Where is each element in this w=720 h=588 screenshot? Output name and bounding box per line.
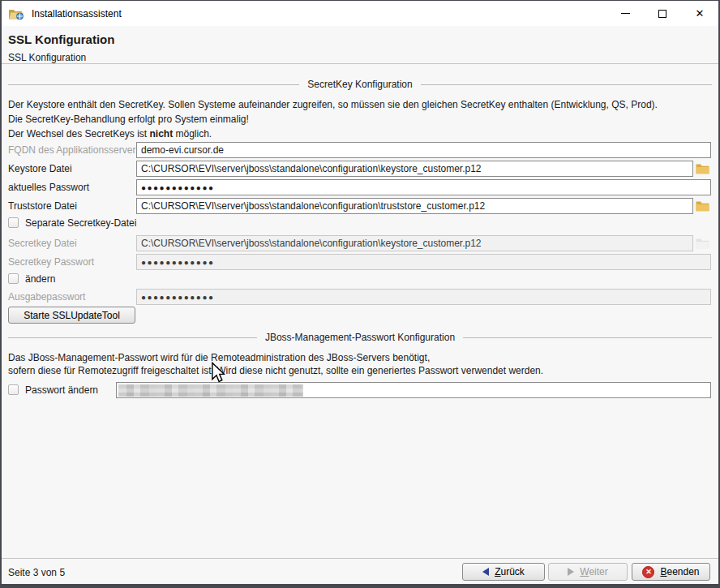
secretkey-file-browse-button bbox=[694, 235, 711, 251]
window-border-bottom bbox=[0, 584, 720, 588]
window-border-left bbox=[0, 0, 2, 588]
page-subtitle: SSL Konfiguration bbox=[8, 52, 86, 63]
change-checkbox[interactable] bbox=[8, 273, 19, 284]
keystore-browse-button[interactable] bbox=[694, 161, 711, 177]
app-icon bbox=[8, 6, 24, 20]
back-button-label: Zurück bbox=[495, 566, 525, 577]
x-glyph: ✕ bbox=[645, 568, 652, 576]
secretkey-description: Der Keystore enthält den SecretKey. Soll… bbox=[8, 97, 658, 141]
quit-button-label: Beenden bbox=[660, 566, 699, 577]
change-checkbox-label: ändern bbox=[25, 273, 55, 285]
redacted-password-value bbox=[118, 384, 303, 397]
mnemonic: W bbox=[580, 566, 589, 577]
label-rest: eiter bbox=[589, 566, 607, 577]
close-button[interactable]: ✕ bbox=[681, 1, 718, 26]
label-rest: urück bbox=[501, 566, 525, 577]
footer-divider bbox=[0, 558, 720, 559]
jboss-description: Das JBoss-Management-Passwort wird für d… bbox=[8, 352, 543, 377]
divider-line bbox=[421, 84, 712, 85]
fqdn-input[interactable]: demo-evi.cursor.de bbox=[136, 142, 711, 158]
next-arrow-icon bbox=[568, 568, 574, 576]
secretkey-password-input: ●●●●●●●●●●●● bbox=[136, 254, 711, 270]
description-line: Der Keystore enthält den SecretKey. Soll… bbox=[8, 97, 658, 112]
output-password-input: ●●●●●●●●●●●● bbox=[136, 289, 711, 305]
window-controls: ✕ bbox=[606, 1, 718, 26]
keystore-label: Keystore Datei bbox=[8, 163, 72, 174]
description-line: Die SecretKey-Behandlung erfolgt pro Sys… bbox=[8, 112, 658, 127]
truststore-label: Truststore Datei bbox=[8, 200, 77, 212]
start-ssl-update-tool-button[interactable]: Starte SSLUpdateTool bbox=[8, 307, 135, 324]
keystore-input[interactable]: C:\CURSOR\EVI\server\jboss\standalone\co… bbox=[136, 161, 693, 177]
close-icon: ✕ bbox=[696, 8, 705, 19]
divider-line bbox=[8, 337, 257, 338]
back-button[interactable]: Zurück bbox=[462, 563, 545, 581]
secretkey-section-title: SecretKey Konfiguration bbox=[299, 79, 420, 90]
mouse-cursor bbox=[211, 362, 225, 384]
separate-secretkey-checkbox[interactable] bbox=[8, 217, 19, 228]
divider-line bbox=[463, 337, 712, 338]
next-button-label: Weiter bbox=[580, 566, 607, 577]
secretkey-file-label: Secretkey Datei bbox=[8, 238, 77, 249]
button-label: Starte SSLUpdateTool bbox=[24, 310, 120, 321]
secretkey-password-label: Secretkey Passwort bbox=[8, 256, 94, 268]
title-bar: Installationsassistent ✕ bbox=[2, 1, 718, 26]
minimize-icon bbox=[621, 13, 630, 14]
minimize-button[interactable] bbox=[606, 1, 644, 26]
text-segment: Der Wechsel des SecretKeys ist bbox=[8, 128, 150, 139]
folder-icon bbox=[696, 163, 709, 174]
output-password-label: Ausgabepasswort bbox=[8, 291, 85, 303]
mnemonic: Z bbox=[495, 566, 500, 577]
page-title: SSL Konfiguration bbox=[8, 32, 114, 46]
truststore-input[interactable]: C:\CURSOR\EVI\server\jboss\standalone\co… bbox=[136, 198, 693, 214]
divider-line bbox=[8, 84, 299, 85]
jboss-password-change-label: Passwort ändern bbox=[25, 384, 98, 396]
label-rest: eenden bbox=[666, 566, 699, 577]
quit-icon: ✕ bbox=[642, 566, 654, 578]
current-password-label: aktuelles Passwort bbox=[8, 182, 89, 193]
truststore-browse-button[interactable] bbox=[694, 198, 711, 214]
description-line: sofern diese für Remotezugriff freigesch… bbox=[8, 365, 543, 378]
page-indicator: Seite 3 von 5 bbox=[8, 567, 65, 578]
jboss-password-change-checkbox[interactable] bbox=[8, 384, 19, 395]
separate-secretkey-label: Separate Secretkey-Datei bbox=[25, 217, 136, 229]
maximize-button[interactable] bbox=[644, 1, 681, 26]
secretkey-file-input: C:\CURSOR\EVI\server\jboss\standalone\co… bbox=[136, 235, 693, 251]
next-button[interactable]: Weiter bbox=[548, 563, 628, 581]
jboss-password-input[interactable] bbox=[116, 382, 711, 398]
maximize-icon bbox=[658, 10, 666, 18]
quit-button[interactable]: ✕ Beenden bbox=[632, 563, 710, 581]
text-segment-bold: nicht bbox=[150, 128, 174, 139]
folder-icon bbox=[696, 200, 709, 212]
installer-window: Installationsassistent ✕ SSL Konfigurati… bbox=[0, 0, 720, 588]
secretkey-section-header: SecretKey Konfiguration bbox=[8, 79, 712, 90]
back-arrow-icon bbox=[482, 568, 489, 576]
window-border-top bbox=[0, 0, 720, 1]
current-password-input[interactable]: ●●●●●●●●●●●● bbox=[136, 179, 711, 195]
jboss-section-title: JBoss-Management-Passwort Konfiguration bbox=[257, 332, 463, 343]
description-line: Der Wechsel des SecretKeys ist nicht mög… bbox=[8, 127, 658, 141]
jboss-section-header: JBoss-Management-Passwort Konfiguration bbox=[8, 332, 712, 343]
fqdn-label: FQDN des Applikationsserver bbox=[8, 144, 135, 156]
header-divider bbox=[0, 63, 720, 64]
text-segment: möglich. bbox=[173, 128, 212, 139]
window-title: Installationsassistent bbox=[32, 8, 122, 19]
folder-icon bbox=[696, 238, 709, 249]
description-line: Das JBoss-Management-Passwort wird für d… bbox=[8, 352, 543, 365]
